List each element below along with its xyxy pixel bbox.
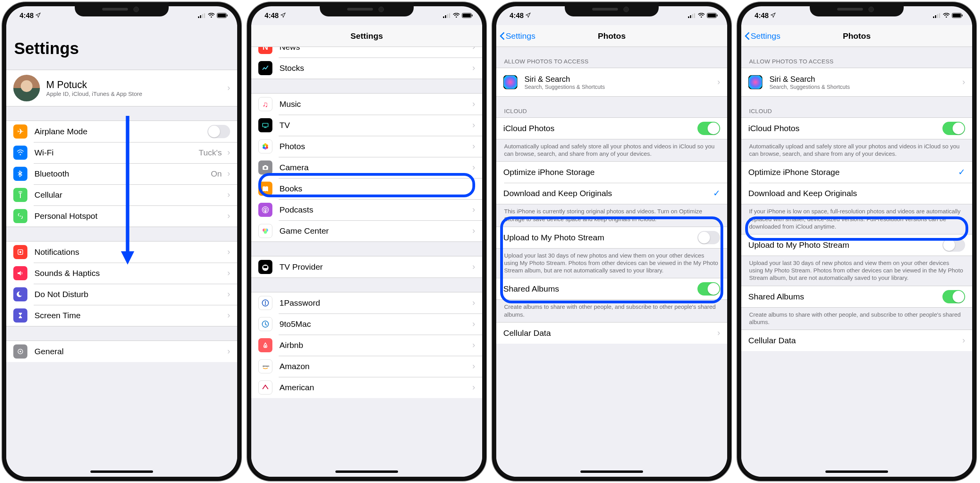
siri-label: Siri & Search <box>769 75 960 84</box>
settings-row-books[interactable]: Books › <box>251 178 482 199</box>
settings-row-photos[interactable]: Photos › <box>251 136 482 157</box>
toggle[interactable] <box>942 290 965 303</box>
icloud-photos-row[interactable]: iCloud Photos <box>741 118 972 139</box>
settings-row-general[interactable]: General › <box>6 341 237 362</box>
home-indicator[interactable] <box>335 470 398 473</box>
svg-point-31 <box>263 144 265 147</box>
chevron-right-icon: › <box>472 319 475 329</box>
row-label: Download and Keep Originals <box>748 189 965 198</box>
icloud-photos-row[interactable]: iCloud Photos <box>496 118 727 139</box>
chevron-right-icon: › <box>227 268 230 278</box>
shared-footer: Create albums to share with other people… <box>496 300 727 322</box>
photostream-row[interactable]: Upload to My Photo Stream <box>741 234 972 256</box>
row-label: Music <box>279 99 470 109</box>
row-label: Optimize iPhone Storage <box>503 168 720 177</box>
settings-row-stocks[interactable]: Stocks › <box>251 58 482 79</box>
settings-row-camera[interactable]: Camera › <box>251 157 482 178</box>
siri-search-row[interactable]: Siri & Search Search, Suggestions & Shor… <box>741 68 972 96</box>
nav-bar: Settings Photos <box>741 25 972 47</box>
cellular-data-row[interactable]: Cellular Data › <box>496 323 727 344</box>
svg-point-63 <box>946 16 947 17</box>
back-button[interactable]: Settings <box>496 31 535 41</box>
chevron-right-icon: › <box>227 169 230 179</box>
settings-row-news[interactable]: N News › <box>251 47 482 58</box>
location-icon <box>525 13 531 19</box>
toggle[interactable] <box>697 231 720 244</box>
gear-icon <box>13 344 27 359</box>
cellular-data-row[interactable]: Cellular Data › <box>741 330 972 351</box>
chevron-right-icon: › <box>227 289 230 299</box>
settings-row-amazon[interactable]: amazon Amazon › <box>251 356 482 377</box>
icloud-footer: Automatically upload and safely store al… <box>741 139 972 161</box>
siri-icon <box>503 75 517 89</box>
chevron-right-icon: › <box>472 298 475 308</box>
notch <box>320 2 414 16</box>
svg-point-8 <box>20 154 21 155</box>
♫-icon: ♫ <box>258 97 272 111</box>
shared-albums-row[interactable]: Shared Albums <box>741 286 972 307</box>
back-label: Settings <box>506 31 535 41</box>
battery-icon <box>707 12 718 20</box>
profile-name: M Potuck <box>46 79 225 90</box>
chevron-right-icon: › <box>227 190 230 200</box>
chevron-right-icon: › <box>472 205 475 215</box>
row-label: Download and Keep Originals <box>503 189 713 198</box>
row-value: On <box>211 169 222 178</box>
status-time: 4:48 <box>755 12 769 20</box>
avatar <box>13 75 40 101</box>
row-label: Shared Albums <box>748 292 942 301</box>
wifi-icon <box>208 12 215 20</box>
1p-icon <box>258 296 272 310</box>
settings-row-podcasts[interactable]: Podcasts › <box>251 199 482 220</box>
settings-row-screen-time[interactable]: Screen Time › <box>6 305 237 326</box>
svg-rect-51 <box>688 16 689 18</box>
settings-row-game-center[interactable]: Game Center › <box>251 220 482 242</box>
toggle[interactable] <box>942 238 965 252</box>
chevron-right-icon: › <box>472 382 475 393</box>
row-label: Stocks <box>279 63 470 73</box>
toggle[interactable] <box>697 282 720 296</box>
siri-search-row[interactable]: Siri & Search Search, Suggestions & Shor… <box>496 68 727 96</box>
svg-point-20 <box>456 16 457 17</box>
home-indicator[interactable] <box>580 470 643 473</box>
toggle[interactable] <box>697 122 720 135</box>
pod-icon <box>258 203 272 217</box>
row-label: Amazon <box>279 362 470 371</box>
toggle[interactable] <box>207 125 230 138</box>
tvp-icon <box>258 260 272 274</box>
settings-row-9to5mac[interactable]: 9to5Mac › <box>251 314 482 335</box>
download-originals-row[interactable]: Download and Keep Originals ✓ <box>496 183 727 204</box>
settings-row-american[interactable]: American › <box>251 377 482 398</box>
svg-rect-57 <box>708 14 716 17</box>
home-indicator[interactable] <box>825 470 888 473</box>
svg-rect-45 <box>265 301 266 304</box>
photostream-row[interactable]: Upload to My Photo Stream <box>496 227 727 248</box>
signal-icon <box>443 12 451 20</box>
home-indicator[interactable] <box>90 470 153 473</box>
svg-point-46 <box>265 304 266 305</box>
allow-header: ALLOW PHOTOS TO ACCESS <box>741 47 972 68</box>
download-originals-row[interactable]: Download and Keep Originals <box>741 183 972 204</box>
optimize-storage-row[interactable]: Optimize iPhone Storage <box>496 162 727 183</box>
settings-row-music[interactable]: ♫ Music › <box>251 94 482 115</box>
chevron-right-icon: › <box>227 211 230 221</box>
snd-icon <box>13 266 27 280</box>
optimize-storage-row[interactable]: Optimize iPhone Storage ✓ <box>741 162 972 183</box>
settings-row-do-not-disturb[interactable]: Do Not Disturb › <box>6 284 237 305</box>
profile-row[interactable]: M Potuck Apple ID, iCloud, iTunes & App … <box>6 70 237 106</box>
settings-row-1password[interactable]: 1Password › <box>251 292 482 314</box>
toggle[interactable] <box>942 122 965 135</box>
row-label: TV Provider <box>279 262 470 272</box>
row-label: 1Password <box>279 298 470 308</box>
az-icon: amazon <box>258 359 272 373</box>
bk-icon <box>258 182 272 196</box>
settings-row-sounds-haptics[interactable]: Sounds & Haptics › <box>6 263 237 284</box>
settings-row-tv-provider[interactable]: TV Provider › <box>251 256 482 278</box>
row-label: Shared Albums <box>503 284 697 294</box>
back-button[interactable]: Settings <box>741 31 780 41</box>
settings-row-tv[interactable]: TV › <box>251 115 482 136</box>
shared-albums-row[interactable]: Shared Albums <box>496 278 727 299</box>
settings-row-airbnb[interactable]: Airbnb › <box>251 335 482 356</box>
location-icon <box>35 13 41 19</box>
wifi-icon <box>13 146 27 160</box>
